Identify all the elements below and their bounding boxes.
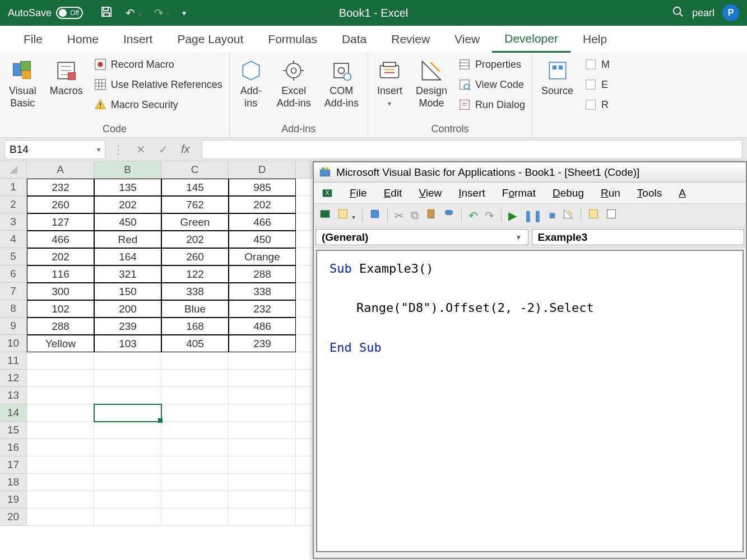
cell-D1[interactable]: 985 bbox=[229, 179, 296, 196]
project-explorer-icon[interactable] bbox=[588, 208, 599, 222]
row-head-20[interactable]: 20 bbox=[0, 508, 27, 526]
cell-D7[interactable]: 338 bbox=[229, 283, 296, 300]
fx-icon[interactable]: fx bbox=[176, 140, 195, 159]
row-head-5[interactable]: 5 bbox=[0, 248, 27, 265]
cell-D20[interactable] bbox=[229, 508, 296, 526]
cell-B8[interactable]: 200 bbox=[94, 300, 161, 318]
cell-C4[interactable]: 202 bbox=[161, 231, 229, 248]
row-head-13[interactable]: 13 bbox=[0, 387, 27, 404]
cell-A9[interactable]: 288 bbox=[27, 318, 94, 335]
cell-B3[interactable]: 450 bbox=[94, 213, 161, 231]
cell-A10[interactable]: Yellow bbox=[27, 335, 94, 352]
row-head-6[interactable]: 6 bbox=[0, 265, 27, 283]
insert-form-icon[interactable]: ▾ bbox=[337, 208, 355, 222]
cell-D18[interactable] bbox=[229, 474, 296, 491]
vba-title-bar[interactable]: Microsoft Visual Basic for Applications … bbox=[314, 162, 746, 183]
tab-page-layout[interactable]: Page Layout bbox=[165, 26, 256, 53]
cell-A5[interactable]: 202 bbox=[27, 248, 94, 265]
cell-B15[interactable] bbox=[94, 422, 161, 439]
cell-C11[interactable] bbox=[161, 352, 229, 370]
cell-C10[interactable]: 405 bbox=[161, 335, 229, 352]
cell-C13[interactable] bbox=[161, 387, 229, 404]
cell-C7[interactable]: 338 bbox=[161, 283, 229, 300]
row-head-3[interactable]: 3 bbox=[0, 213, 27, 231]
tab-formulas[interactable]: Formulas bbox=[256, 26, 330, 53]
cell-A20[interactable] bbox=[27, 508, 94, 526]
cell-B16[interactable] bbox=[94, 439, 161, 456]
cell-B2[interactable]: 202 bbox=[94, 196, 161, 213]
cell-A16[interactable] bbox=[27, 439, 94, 456]
vba-menu-edit[interactable]: Edit bbox=[384, 187, 402, 199]
col-head-D[interactable]: D bbox=[229, 161, 296, 179]
cell-A6[interactable]: 116 bbox=[27, 265, 94, 283]
col-head-B[interactable]: B bbox=[94, 161, 161, 179]
cell-C1[interactable]: 145 bbox=[161, 179, 229, 196]
cell-C3[interactable]: Green bbox=[161, 213, 229, 231]
cell-B18[interactable] bbox=[94, 474, 161, 491]
name-box[interactable]: B14 ▾ bbox=[4, 140, 105, 159]
cell-A2[interactable]: 260 bbox=[27, 196, 94, 213]
insert-control-button[interactable]: Insert ▾ bbox=[374, 56, 406, 110]
vba-menu-view[interactable]: View bbox=[419, 187, 442, 199]
row-head-7[interactable]: 7 bbox=[0, 283, 27, 300]
redo-icon[interactable]: ↷ bbox=[485, 209, 494, 222]
row-head-11[interactable]: 11 bbox=[0, 352, 27, 370]
tab-developer[interactable]: Developer bbox=[492, 26, 570, 53]
cut-icon[interactable]: ✂ bbox=[395, 209, 404, 222]
vba-procedure-dropdown[interactable]: Example3 bbox=[532, 229, 745, 245]
row-head-18[interactable]: 18 bbox=[0, 474, 27, 491]
source-button[interactable]: Source bbox=[538, 56, 577, 100]
row-head-4[interactable]: 4 bbox=[0, 231, 27, 248]
name-box-more-icon[interactable]: ⋮ bbox=[109, 140, 128, 159]
refresh-data-button[interactable]: R bbox=[583, 96, 611, 113]
cell-A18[interactable] bbox=[27, 474, 94, 491]
tab-view[interactable]: View bbox=[442, 26, 492, 53]
record-macro-button[interactable]: Record Macro bbox=[93, 56, 224, 73]
vba-menu-format[interactable]: Format bbox=[502, 187, 536, 199]
save-icon[interactable] bbox=[100, 5, 113, 21]
cell-C12[interactable] bbox=[161, 370, 229, 387]
cell-A4[interactable]: 466 bbox=[27, 231, 94, 248]
vba-menu-run[interactable]: Run bbox=[601, 187, 620, 199]
vba-menu-tools[interactable]: Tools bbox=[637, 187, 662, 199]
vba-object-dropdown[interactable]: (General) ▼ bbox=[315, 229, 528, 245]
design-mode-button[interactable]: Design Mode bbox=[412, 56, 451, 111]
cell-B4[interactable]: Red bbox=[94, 231, 161, 248]
copy-icon[interactable]: ⧉ bbox=[411, 209, 419, 222]
excel-icon[interactable]: X bbox=[322, 188, 333, 199]
cell-C16[interactable] bbox=[161, 439, 229, 456]
view-code-button[interactable]: View Code bbox=[457, 76, 526, 93]
cell-D2[interactable]: 202 bbox=[229, 196, 296, 213]
properties-window-icon[interactable] bbox=[606, 208, 617, 222]
cell-C14[interactable] bbox=[161, 404, 229, 422]
cell-D11[interactable] bbox=[229, 352, 296, 370]
cell-D15[interactable] bbox=[229, 422, 296, 439]
cell-A7[interactable]: 300 bbox=[27, 283, 94, 300]
properties-button[interactable]: Properties bbox=[457, 56, 526, 73]
row-head-12[interactable]: 12 bbox=[0, 370, 27, 387]
expansion-packs-button[interactable]: E bbox=[583, 76, 611, 93]
run-icon[interactable]: ▶ bbox=[508, 209, 517, 222]
row-head-9[interactable]: 9 bbox=[0, 318, 27, 335]
autosave-toggle[interactable]: AutoSave Off bbox=[8, 7, 83, 19]
cell-B13[interactable] bbox=[94, 387, 161, 404]
visual-basic-button[interactable]: Visual Basic bbox=[6, 56, 40, 111]
cell-B12[interactable] bbox=[94, 370, 161, 387]
cell-C17[interactable] bbox=[161, 456, 229, 474]
cell-C15[interactable] bbox=[161, 422, 229, 439]
formula-input[interactable] bbox=[202, 140, 743, 159]
reset-icon[interactable]: ■ bbox=[549, 209, 556, 222]
cell-C2[interactable]: 762 bbox=[161, 196, 229, 213]
design-mode-icon[interactable] bbox=[563, 208, 574, 222]
vba-menu-insert[interactable]: Insert bbox=[458, 187, 485, 199]
row-head-16[interactable]: 16 bbox=[0, 439, 27, 456]
cell-B14[interactable] bbox=[94, 404, 161, 422]
cell-C5[interactable]: 260 bbox=[161, 248, 229, 265]
cell-A17[interactable] bbox=[27, 456, 94, 474]
cell-B10[interactable]: 103 bbox=[94, 335, 161, 352]
cell-B5[interactable]: 164 bbox=[94, 248, 161, 265]
save-icon[interactable] bbox=[369, 208, 381, 222]
row-head-14[interactable]: 14 bbox=[0, 404, 27, 422]
cell-C6[interactable]: 122 bbox=[161, 265, 229, 283]
cell-D10[interactable]: 239 bbox=[229, 335, 296, 352]
